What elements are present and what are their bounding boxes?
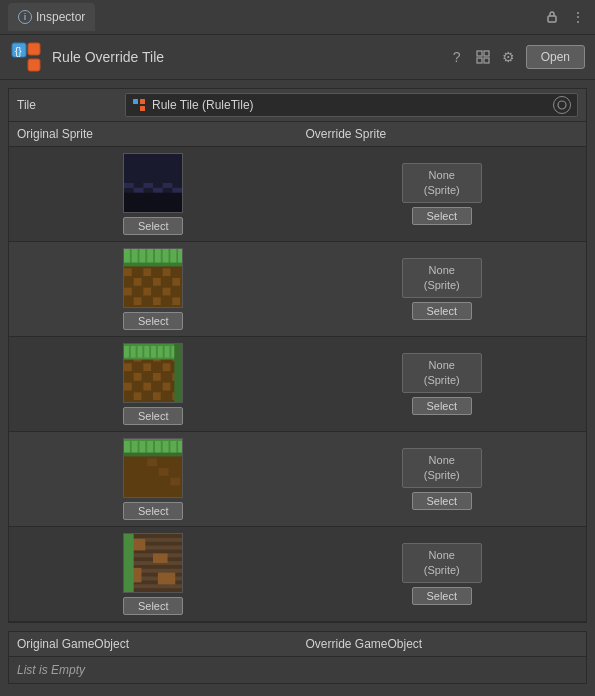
svg-text:{}: {} (15, 46, 22, 57)
original-select-button-2[interactable]: Select (123, 312, 183, 330)
override-none-label-5: None(Sprite) (402, 543, 482, 584)
original-sprite-cell-4: Select (9, 432, 298, 526)
original-sprite-thumb-4 (123, 438, 183, 498)
override-sprite-cell-4: None(Sprite) Select (298, 432, 587, 526)
inspector-tab-label: Inspector (36, 10, 85, 24)
rule-tile-icon: {} (10, 41, 42, 73)
svg-rect-0 (548, 16, 556, 22)
original-sprite-thumb-1 (123, 153, 183, 213)
gameobject-header: Original GameObject Override GameObject (9, 632, 586, 657)
component-title: Rule Override Tile (52, 49, 164, 65)
svg-rect-10 (140, 99, 145, 104)
header-actions: ? ⚙ Open (448, 45, 585, 69)
sprite-table-header: Original Sprite Override Sprite (9, 122, 586, 147)
original-sprite-thumb-3 (123, 343, 183, 403)
override-select-button-4[interactable]: Select (412, 492, 472, 510)
title-bar-actions: ⋮ (543, 8, 587, 26)
original-sprite-cell-3: Select (9, 337, 298, 431)
inspector-tab[interactable]: i Inspector (8, 3, 95, 31)
original-select-button-5[interactable]: Select (123, 597, 183, 615)
svg-rect-6 (484, 51, 489, 56)
table-row: Select None(Sprite) Select (9, 242, 586, 337)
sprite-rows: Select None(Sprite) Select Select None(S… (9, 147, 586, 622)
gameobject-section: Original GameObject Override GameObject … (8, 631, 587, 684)
open-button[interactable]: Open (526, 45, 585, 69)
override-select-button-5[interactable]: Select (412, 587, 472, 605)
table-row: Select None(Sprite) Select (9, 337, 586, 432)
help-icon[interactable]: ? (448, 48, 466, 66)
svg-rect-3 (28, 59, 40, 71)
info-icon: i (18, 10, 32, 24)
menu-icon[interactable]: ⋮ (569, 8, 587, 26)
gameobject-empty-label: List is Empty (9, 657, 586, 683)
override-select-button-3[interactable]: Select (412, 397, 472, 415)
svg-rect-7 (477, 58, 482, 63)
table-row: Select None(Sprite) Select (9, 432, 586, 527)
original-select-button-4[interactable]: Select (123, 502, 183, 520)
settings-icon[interactable]: ⚙ (500, 48, 518, 66)
original-sprite-cell-5: Select (9, 527, 298, 621)
original-sprite-cell-1: Select (9, 147, 298, 241)
svg-rect-11 (140, 106, 145, 111)
override-none-label-2: None(Sprite) (402, 258, 482, 299)
table-row: Select None(Sprite) Select (9, 527, 586, 622)
original-sprite-thumb-5 (123, 533, 183, 593)
original-select-button-1[interactable]: Select (123, 217, 183, 235)
override-sprite-header: Override Sprite (298, 122, 587, 146)
tile-select-circle-button[interactable] (553, 96, 571, 114)
svg-rect-9 (133, 99, 138, 104)
component-header: {} Rule Override Tile ? ⚙ Open (0, 35, 595, 80)
override-none-label-4: None(Sprite) (402, 448, 482, 489)
override-gameobject-header: Override GameObject (298, 632, 587, 656)
title-bar: i Inspector ⋮ (0, 0, 595, 35)
inspector-panel: Tile Rule Tile (RuleTile) Original Sprit… (8, 88, 587, 623)
layout-icon[interactable] (474, 48, 492, 66)
original-sprite-header: Original Sprite (9, 122, 298, 146)
tile-value-field[interactable]: Rule Tile (RuleTile) (125, 93, 578, 117)
original-sprite-thumb-2 (123, 248, 183, 308)
rule-tile-small-icon (132, 98, 146, 112)
svg-rect-2 (28, 43, 40, 55)
override-sprite-cell-5: None(Sprite) Select (298, 527, 587, 621)
tile-row: Tile Rule Tile (RuleTile) (9, 89, 586, 122)
lock-icon[interactable] (543, 8, 561, 26)
original-select-button-3[interactable]: Select (123, 407, 183, 425)
svg-rect-8 (484, 58, 489, 63)
table-row: Select None(Sprite) Select (9, 147, 586, 242)
svg-rect-5 (477, 51, 482, 56)
tile-value-text: Rule Tile (RuleTile) (152, 98, 254, 112)
override-sprite-cell-1: None(Sprite) Select (298, 147, 587, 241)
original-gameobject-header: Original GameObject (9, 632, 298, 656)
override-sprite-cell-2: None(Sprite) Select (298, 242, 587, 336)
override-sprite-cell-3: None(Sprite) Select (298, 337, 587, 431)
override-none-label-1: None(Sprite) (402, 163, 482, 204)
override-select-button-2[interactable]: Select (412, 302, 472, 320)
tile-label: Tile (17, 98, 117, 112)
override-none-label-3: None(Sprite) (402, 353, 482, 394)
original-sprite-cell-2: Select (9, 242, 298, 336)
override-select-button-1[interactable]: Select (412, 207, 472, 225)
svg-point-12 (558, 101, 566, 109)
